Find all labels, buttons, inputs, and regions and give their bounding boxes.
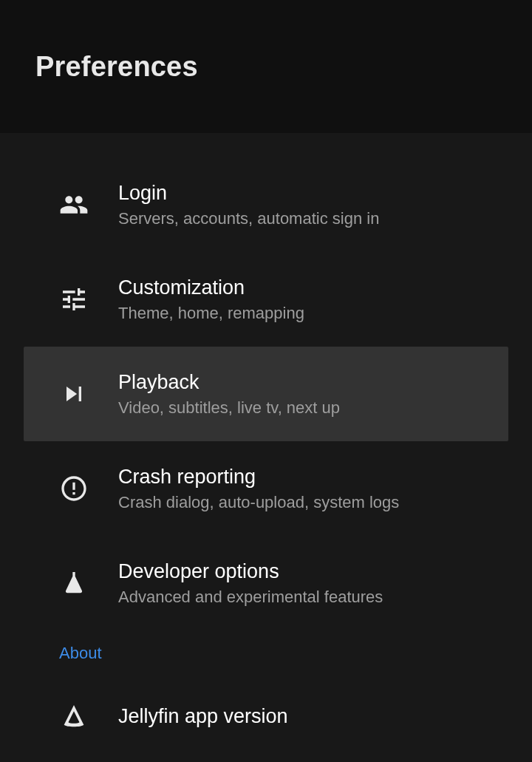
pref-text: Login Servers, accounts, automatic sign …	[118, 182, 379, 228]
section-label-about: About	[24, 630, 508, 669]
pref-subtitle: Servers, accounts, automatic sign in	[118, 209, 379, 228]
preferences-header: Preferences	[0, 0, 532, 134]
pref-title: Crash reporting	[118, 466, 399, 489]
pref-text: Crash reporting Crash dialog, auto-uploa…	[118, 466, 399, 512]
pref-item-customization[interactable]: Customization Theme, home, remapping	[24, 252, 508, 347]
tune-icon	[59, 285, 118, 314]
skip-next-icon	[59, 379, 118, 409]
pref-title: Login	[118, 182, 379, 205]
pref-item-playback[interactable]: Playback Video, subtitles, live tv, next…	[24, 347, 508, 441]
pref-text: Customization Theme, home, remapping	[118, 276, 304, 323]
pref-item-developer-options[interactable]: Developer options Advanced and experimen…	[24, 536, 508, 630]
jellyfin-icon	[59, 701, 118, 731]
pref-text: Playback Video, subtitles, live tv, next…	[118, 371, 340, 418]
pref-subtitle: Video, subtitles, live tv, next up	[118, 398, 340, 418]
pref-subtitle: Crash dialog, auto-upload, system logs	[118, 493, 399, 512]
pref-title: Playback	[118, 371, 340, 394]
error-outline-icon	[59, 474, 118, 503]
science-icon	[59, 568, 118, 598]
pref-item-crash-reporting[interactable]: Crash reporting Crash dialog, auto-uploa…	[24, 441, 508, 536]
preferences-list: Login Servers, accounts, automatic sign …	[0, 134, 532, 762]
pref-text: Jellyfin app version	[118, 705, 288, 728]
pref-text: Developer options Advanced and experimen…	[118, 560, 383, 607]
pref-item-app-version[interactable]: Jellyfin app version	[24, 669, 508, 762]
page-title: Preferences	[35, 51, 198, 83]
pref-title: Customization	[118, 276, 304, 299]
pref-subtitle: Advanced and experimental features	[118, 588, 383, 607]
pref-item-login[interactable]: Login Servers, accounts, automatic sign …	[24, 157, 508, 252]
pref-title: Developer options	[118, 560, 383, 583]
people-icon	[59, 190, 118, 220]
pref-subtitle: Theme, home, remapping	[118, 304, 304, 323]
pref-title: Jellyfin app version	[118, 705, 288, 728]
